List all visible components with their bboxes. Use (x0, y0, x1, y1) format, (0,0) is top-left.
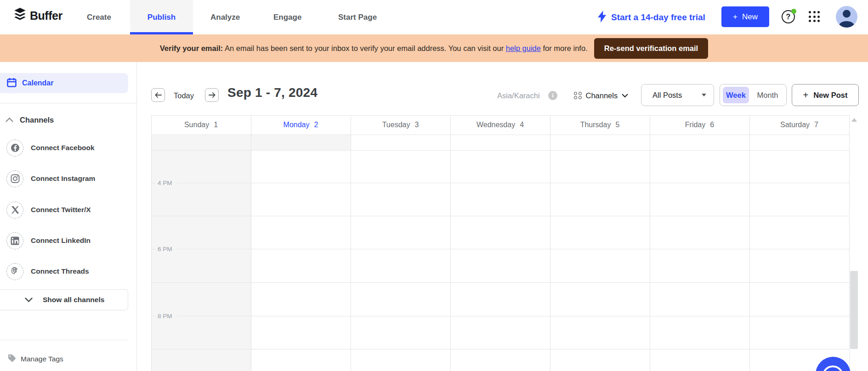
plus-icon: + (733, 12, 738, 22)
chat-smiley-icon (823, 365, 843, 371)
today-button[interactable]: Today (174, 91, 194, 100)
help-guide-link[interactable]: help guide (506, 44, 541, 52)
calendar-icon (7, 78, 17, 89)
brand-name: Buffer (30, 9, 62, 22)
facebook-icon (6, 140, 23, 157)
caret-down-icon (702, 94, 706, 96)
day-column-monday[interactable] (251, 135, 351, 371)
avatar[interactable] (836, 6, 857, 28)
chevron-down-icon (25, 296, 33, 304)
buffer-logo[interactable]: Buffer (14, 8, 62, 23)
banner-text: Verify your email: An email has been sen… (160, 44, 588, 53)
sidebar-divider (0, 103, 137, 103)
day-header-saturday: Saturday7 (749, 115, 849, 135)
channels-grid-icon (574, 92, 582, 100)
connect-facebook-button[interactable]: Connect Facebook (0, 137, 128, 159)
instagram-icon (6, 170, 23, 187)
view-toggle: Week Month (720, 84, 787, 106)
new-post-button[interactable]: + New Post (792, 84, 859, 106)
chevron-up-icon (6, 116, 13, 124)
tag-icon (7, 354, 17, 365)
timezone-label: Asia/Karachi (497, 91, 540, 100)
resend-verification-button[interactable]: Re-send verification email (594, 38, 709, 59)
day-header-monday: Monday2 (251, 115, 351, 135)
nav-item-engage[interactable]: Engage (273, 0, 301, 34)
connect-instagram-button[interactable]: Connect Instagram (0, 168, 128, 190)
view-month-button[interactable]: Month (749, 91, 786, 100)
time-label: 4 PM (156, 179, 176, 187)
day-header-friday: Friday6 (650, 115, 749, 135)
new-button[interactable]: + New (721, 6, 769, 27)
day-header-tuesday: Tuesday3 (351, 115, 450, 135)
free-trial-link[interactable]: Start a 14-day free trial (597, 0, 705, 34)
prev-week-button[interactable] (151, 88, 165, 102)
day-column-saturday[interactable] (749, 135, 849, 371)
scrollbar-thumb[interactable] (850, 271, 858, 349)
nav-item-analyze[interactable]: Analyze (210, 0, 240, 34)
linkedin-icon (6, 232, 23, 249)
nav-item-start-page[interactable]: Start Page (338, 0, 377, 34)
timezone-info-icon[interactable]: i (548, 91, 557, 100)
connect-threads-button[interactable]: Connect Threads (0, 260, 128, 282)
view-week-button[interactable]: Week (723, 87, 749, 103)
sidebar-divider (0, 340, 128, 340)
day-header-sunday: Sunday1 (151, 115, 251, 135)
posts-filter-select[interactable]: All Posts (641, 84, 714, 106)
nav-item-create[interactable]: Create (87, 0, 111, 34)
grid-column-line (849, 115, 850, 371)
plus-icon: + (803, 90, 809, 100)
verify-email-banner: Verify your email: An email has been sen… (0, 34, 868, 62)
chevron-down-icon (622, 94, 628, 98)
lightning-bolt-icon (597, 11, 607, 24)
next-week-button[interactable] (205, 88, 219, 102)
sidebar-item-calendar[interactable]: Calendar (0, 73, 128, 93)
apps-grid-icon[interactable] (809, 11, 820, 22)
day-column-friday[interactable] (650, 135, 749, 371)
day-header-thursday: Thursday5 (550, 115, 650, 135)
sidebar: Calendar Channels Connect Facebook Conne… (0, 62, 137, 371)
connect-twitter-x-button[interactable]: Connect Twitter/X (0, 199, 128, 221)
online-status-dot (791, 9, 796, 14)
time-label: 6 PM (156, 245, 176, 253)
day-header-wednesday: Wednesday4 (450, 115, 550, 135)
day-column-wednesday[interactable] (450, 135, 550, 371)
threads-icon (6, 263, 23, 280)
day-column-tuesday[interactable] (351, 135, 450, 371)
day-column-thursday[interactable] (550, 135, 650, 371)
date-range-title: Sep 1 - 7, 2024 (227, 85, 318, 100)
buffer-logo-icon (14, 8, 26, 23)
channels-filter-dropdown[interactable]: Channels (574, 88, 628, 103)
help-button[interactable]: ? (782, 10, 795, 24)
connect-linkedin-button[interactable]: Connect LinkedIn (0, 230, 128, 252)
buffer-app: Buffer Create Publish Analyze Engage Sta… (0, 0, 868, 371)
manage-tags-button[interactable]: Manage Tags (0, 352, 128, 366)
calendar-week-grid: Sunday1Monday2Tuesday3Wednesday4Thursday… (151, 115, 850, 371)
nav-item-publish[interactable]: Publish (130, 0, 193, 34)
twitter-x-icon (6, 202, 23, 219)
channels-section-header[interactable]: Channels (0, 114, 128, 126)
show-all-channels-button[interactable]: Show all channels (0, 289, 128, 310)
top-nav: Buffer Create Publish Analyze Engage Sta… (0, 0, 868, 34)
time-label: 8 PM (156, 312, 176, 320)
scrollbar-up-arrow-icon[interactable] (851, 118, 857, 122)
